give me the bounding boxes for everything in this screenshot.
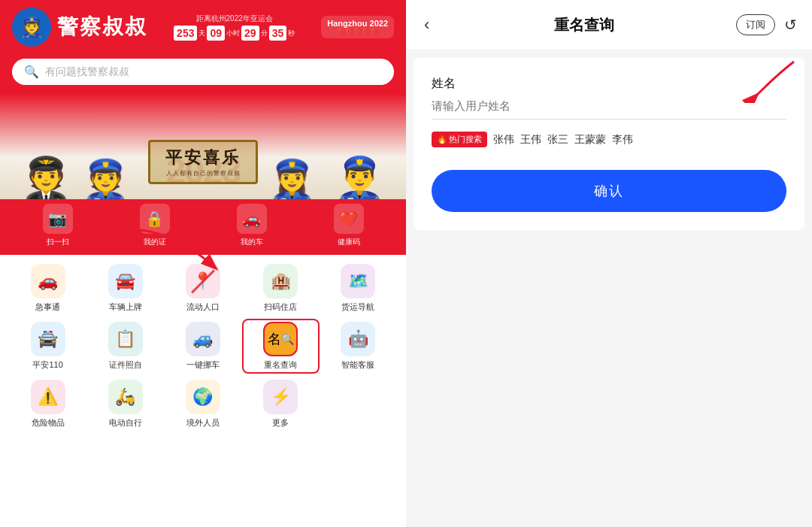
police-figure-1: 🧑‍✈️ — [20, 158, 72, 199]
menu-item-ai-service[interactable]: 🤖 智能客服 — [323, 322, 394, 371]
header-banner: 👮 警察叔叔 距离杭州2022年亚运会 253 天 09 小时 29 分 35 … — [0, 0, 406, 53]
dangerous-icon: ⚠️ — [31, 380, 65, 414]
ebike-icon: 🛵 — [108, 380, 143, 414]
refresh-button[interactable]: ↺ — [784, 16, 797, 34]
quick-action-scan[interactable]: 📷 扫一扫 — [43, 204, 73, 247]
search-char: 🔍 — [281, 333, 294, 345]
ebike-label: 电动自行 — [109, 417, 142, 429]
ai-service-icon: 🤖 — [341, 322, 375, 356]
police-figure-4: 👮‍♂️ — [334, 158, 386, 199]
emergency-icon: 🚗 — [31, 264, 65, 298]
car-label: 我的车 — [241, 237, 263, 247]
quick-actions: 📷 扫一扫 🔒 我的证 🚗 我的车 ❤️ 健康码 — [0, 199, 406, 255]
menu-item-hotel[interactable]: 🏨 扫码住店 — [245, 264, 317, 313]
police110-icon: 🚔 — [31, 322, 65, 356]
freight-label: 货运导航 — [341, 301, 374, 313]
menu-item-freight[interactable]: 🗺️ 货运导航 — [323, 264, 394, 313]
right-panel: ‹ 重名查询 订阅 ↺ 姓名 🔥 热门搜索 — [406, 0, 812, 527]
menu-item-more[interactable]: ⚡ 更多 — [245, 380, 317, 429]
health-icon: ❤️ — [334, 204, 364, 234]
hot-item-0[interactable]: 张伟 — [493, 133, 514, 147]
police-logo-icon: 👮 — [12, 8, 51, 47]
name-search-label: 重名查询 — [264, 359, 297, 371]
confirm-button[interactable]: 确认 — [432, 170, 786, 212]
menu-item-floating-pop[interactable]: 📍 流动人口 — [167, 264, 238, 313]
day-unit: 天 — [198, 29, 205, 38]
menu-item-110[interactable]: 🚔 平安110 — [12, 322, 83, 371]
freight-icon: 🗺️ — [341, 264, 375, 298]
more-icon: ⚡ — [263, 380, 298, 414]
cross-line — [191, 269, 215, 293]
fire-icon: 🔥 — [437, 135, 447, 144]
hot-item-2[interactable]: 张三 — [547, 133, 568, 147]
health-label: 健康码 — [338, 237, 360, 247]
countdown-minutes: 29 — [241, 26, 259, 41]
floating-label: 流动人口 — [186, 301, 220, 313]
right-bottom-area — [406, 238, 812, 527]
header-actions: 订阅 ↺ — [736, 14, 797, 35]
hot-search-row: 🔥 热门搜索 张伟 王伟 张三 王蒙蒙 李伟 — [432, 132, 786, 147]
foreign-icon: 🌍 — [186, 380, 220, 414]
back-button[interactable]: ‹ — [421, 12, 432, 38]
scan-label: 扫一扫 — [47, 237, 69, 247]
countdown-area: 距离杭州2022年亚运会 253 天 09 小时 29 分 35 秒 — [174, 14, 295, 41]
vehicle-icon: 🚘 — [108, 264, 143, 298]
subscribe-button[interactable]: 订阅 — [736, 14, 775, 35]
min-unit: 分 — [261, 29, 268, 38]
right-header: ‹ 重名查询 订阅 ↺ — [406, 0, 812, 50]
search-wrapper[interactable]: 🔍 有问题找警察叔叔 — [12, 59, 394, 85]
menu-item-dangerous[interactable]: ⚠️ 危险物品 — [12, 380, 83, 429]
quick-action-car[interactable]: 🚗 我的车 — [237, 204, 267, 247]
quick-action-health[interactable]: ❤️ 健康码 — [334, 204, 364, 247]
name-search-icon: 名🔍 — [263, 322, 298, 356]
countdown-numbers: 253 天 09 小时 29 分 35 秒 — [174, 26, 295, 41]
ai-service-label: 智能客服 — [341, 359, 374, 371]
hot-item-1[interactable]: 王伟 — [520, 133, 541, 147]
menu-item-emergency[interactable]: 🚗 急事通 — [12, 264, 83, 313]
hour-unit: 小时 — [226, 29, 240, 38]
countdown-hours: 09 — [207, 26, 225, 41]
hangzhou-text: Hangzhou 2022 — [327, 19, 388, 28]
menu-item-vehicle[interactable]: 🚘 车辆上牌 — [89, 264, 161, 313]
field-label: 姓名 — [432, 76, 786, 92]
search-icon: 🔍 — [24, 65, 39, 79]
dangerous-label: 危险物品 — [32, 417, 65, 429]
hot-label: 热门搜索 — [449, 134, 482, 145]
id-label: 我的证 — [144, 237, 166, 247]
menu-item-id-photo[interactable]: 📋 证件照自 — [89, 322, 161, 371]
quick-action-id[interactable]: 🔒 我的证 — [140, 204, 170, 247]
search-bar: 🔍 有问题找警察叔叔 — [0, 53, 406, 94]
police110-label: 平安110 — [32, 359, 62, 371]
left-panel: 👮 警察叔叔 距离杭州2022年亚运会 253 天 09 小时 29 分 35 … — [0, 0, 406, 527]
scan-icon: 📷 — [43, 204, 73, 234]
menu-item-name-search[interactable]: 名🔍 重名查询 — [245, 322, 317, 371]
countdown-days: 253 — [174, 26, 197, 41]
hero-area: 2023 🧑‍✈️ 👮 👮‍♀️ 👮‍♂️ 平安喜乐 人人都有自己的警察叔叔 — [0, 94, 406, 199]
hangzhou-rings: ⭕⭕⭕⭕⭕ — [327, 28, 388, 35]
logo-area: 👮 警察叔叔 — [12, 8, 147, 47]
menu-item-move-car[interactable]: 🚙 一键挪车 — [167, 322, 238, 371]
menu-section: 🚗 急事通 🚘 车辆上牌 📍 流动人口 🏨 扫码住店 — [0, 255, 406, 527]
more-label: 更多 — [272, 417, 289, 429]
menu-item-ebike[interactable]: 🛵 电动自行 — [89, 380, 161, 429]
hot-item-3[interactable]: 王蒙蒙 — [574, 133, 606, 147]
hotel-icon: 🏨 — [263, 264, 298, 298]
hotel-label: 扫码住店 — [264, 301, 297, 313]
name-input[interactable] — [432, 99, 786, 112]
emergency-label: 急事通 — [35, 301, 60, 313]
police-figure-2: 👮 — [81, 160, 130, 199]
car-icon: 🚗 — [237, 204, 267, 234]
vehicle-label: 车辆上牌 — [109, 301, 142, 313]
hot-item-4[interactable]: 李伟 — [612, 133, 633, 147]
menu-item-foreign[interactable]: 🌍 境外人员 — [167, 380, 238, 429]
peace-sign: 平安喜乐 人人都有自己的警察叔叔 — [148, 140, 258, 184]
move-car-icon: 🚙 — [186, 322, 220, 356]
search-placeholder-text: 有问题找警察叔叔 — [45, 65, 129, 79]
peace-subtext: 人人都有自己的警察叔叔 — [165, 169, 241, 177]
floating-icon: 📍 — [186, 264, 220, 298]
form-card: 姓名 🔥 热门搜索 张伟 王伟 张三 王蒙蒙 李伟 — [414, 58, 804, 230]
move-car-label: 一键挪车 — [186, 359, 220, 371]
sec-unit: 秒 — [288, 29, 295, 38]
id-photo-label: 证件照自 — [109, 359, 142, 371]
countdown-label: 距离杭州2022年亚运会 — [174, 14, 295, 24]
